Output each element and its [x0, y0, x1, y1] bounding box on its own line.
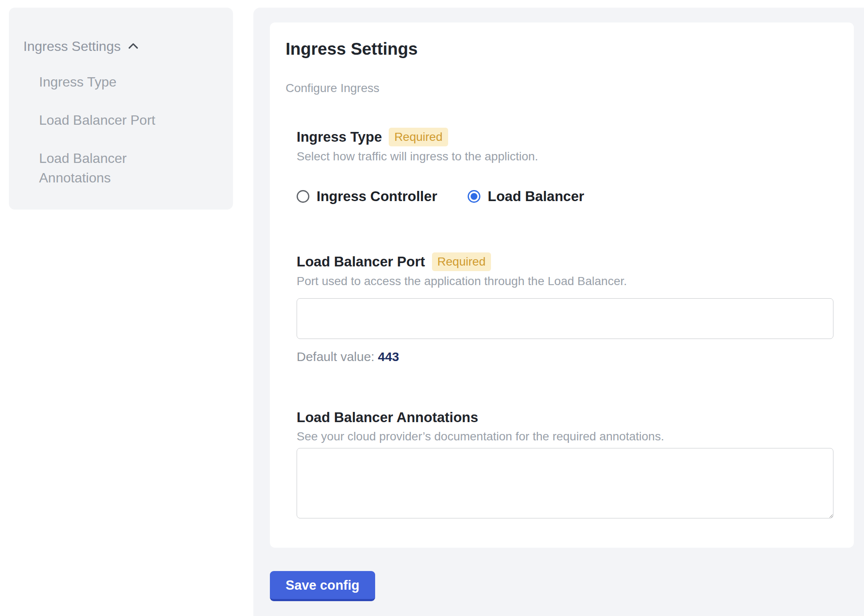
default-value: 443 — [378, 350, 399, 364]
chevron-up-icon[interactable] — [126, 39, 140, 53]
section-load-balancer-port: Load Balancer Port Required Port used to… — [297, 252, 833, 364]
sidebar-item-load-balancer-port[interactable]: Load Balancer Port — [39, 110, 175, 130]
page-subtitle: Configure Ingress — [286, 81, 833, 95]
load-balancer-annotations-heading: Load Balancer Annotations — [297, 409, 833, 426]
page-title: Ingress Settings — [286, 39, 833, 59]
section-ingress-type: Ingress Type Required Select how traffic… — [297, 128, 833, 205]
load-balancer-annotations-description: See your cloud provider’s documentation … — [297, 429, 833, 444]
default-value-line: Default value:443 — [297, 349, 833, 364]
ingress-type-label: Ingress Type — [297, 128, 382, 146]
load-balancer-annotations-textarea[interactable] — [297, 448, 833, 518]
load-balancer-port-description: Port used to access the application thro… — [297, 274, 833, 289]
required-badge: Required — [432, 252, 491, 271]
ingress-settings-card: Ingress Settings Configure Ingress Ingre… — [270, 22, 854, 548]
radio-load-balancer[interactable] — [468, 190, 480, 203]
sidebar-item-list: Ingress Type Load Balancer Port Load Bal… — [39, 72, 220, 188]
load-balancer-port-label: Load Balancer Port — [297, 253, 425, 271]
settings-sidebar: Ingress Settings Ingress Type Load Balan… — [9, 8, 233, 210]
sidebar-item-ingress-type[interactable]: Ingress Type — [39, 72, 175, 92]
sidebar-item-load-balancer-annotations[interactable]: Load Balancer Annotations — [39, 148, 175, 188]
section-load-balancer-annotations: Load Balancer Annotations See your cloud… — [297, 409, 833, 518]
load-balancer-port-heading: Load Balancer Port Required — [297, 252, 833, 271]
radio-label-ingress-controller[interactable]: Ingress Controller — [317, 188, 437, 204]
load-balancer-annotations-label: Load Balancer Annotations — [297, 409, 478, 426]
radio-option-ingress-controller[interactable]: Ingress Controller — [297, 188, 437, 204]
default-value-label: Default value: — [297, 350, 374, 364]
ingress-type-radio-group: Ingress Controller Load Balancer — [297, 188, 833, 205]
save-config-button[interactable]: Save config — [270, 571, 375, 601]
required-badge: Required — [389, 128, 448, 146]
main-panel: Ingress Settings Configure Ingress Ingre… — [253, 8, 864, 616]
radio-ingress-controller[interactable] — [297, 190, 309, 203]
sidebar-section-ingress-settings[interactable]: Ingress Settings — [23, 37, 220, 55]
radio-label-load-balancer[interactable]: Load Balancer — [488, 188, 584, 204]
ingress-type-description: Select how traffic will ingress to the a… — [297, 149, 833, 164]
radio-option-load-balancer[interactable]: Load Balancer — [468, 188, 584, 204]
load-balancer-port-input[interactable] — [297, 298, 833, 339]
sidebar-section-label: Ingress Settings — [23, 37, 121, 55]
ingress-type-heading: Ingress Type Required — [297, 128, 833, 146]
